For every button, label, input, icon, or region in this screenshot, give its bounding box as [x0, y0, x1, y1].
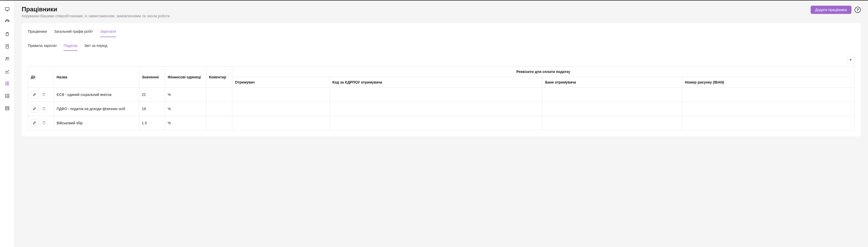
cell-iban [682, 88, 855, 102]
cell-name: ЄСВ - єдиний соціальний внесок [54, 88, 139, 102]
edit-button[interactable] [31, 105, 38, 113]
sidebar-item-analytics[interactable] [3, 67, 12, 76]
taxes-table: Дії Назва Значення Фінансові одиниці Ком… [28, 66, 855, 130]
table-row: Військовий збір 1.5 % [28, 116, 855, 130]
tab-salaries[interactable]: Зарплати [100, 28, 116, 37]
bag-icon [5, 31, 10, 37]
sidebar-item-reports[interactable] [3, 91, 12, 101]
page-title: Працівники [22, 6, 170, 13]
edit-button[interactable] [31, 91, 38, 99]
trash-icon [42, 92, 46, 97]
help-icon[interactable]: ? [855, 7, 861, 13]
sidebar [0, 1, 14, 247]
cell-unit: % [165, 116, 207, 130]
add-employee-button[interactable]: Додати працівника [811, 6, 851, 14]
page-header: Працівники Керування Вашими співробітник… [22, 6, 861, 18]
trash-icon [42, 106, 46, 111]
delete-button[interactable] [40, 91, 48, 99]
primary-tabs: Працівники Загальний графік робіт Зарпла… [28, 28, 855, 37]
main-content: Працівники Керування Вашими співробітник… [14, 1, 868, 247]
sidebar-item-orders[interactable] [3, 29, 12, 39]
receipt-icon [5, 44, 10, 49]
th-actions: Дії [28, 67, 54, 88]
subtab-period-report[interactable]: Звіт за період [84, 42, 107, 51]
monitor-icon [5, 7, 10, 12]
cell-comment [207, 88, 232, 102]
cell-name: Військовий збір [54, 116, 139, 130]
cell-value: 18 [139, 102, 165, 116]
cell-value: 1.5 [139, 116, 165, 130]
delete-button[interactable] [40, 119, 48, 127]
edit-icon [33, 106, 37, 111]
svg-rect-0 [5, 7, 9, 10]
cell-bank [542, 116, 682, 130]
cell-edrpou [330, 102, 542, 116]
sidebar-item-employees[interactable] [3, 79, 12, 88]
layout-icon [5, 106, 10, 111]
edit-button[interactable] [31, 119, 38, 127]
tab-schedule[interactable]: Загальний графік робіт [54, 28, 93, 37]
cell-name: ПДФО - податок на доходи фізичних осіб [54, 102, 139, 116]
tab-employees[interactable]: Працівники [28, 28, 47, 37]
svg-point-7 [6, 57, 7, 59]
edit-icon [33, 92, 37, 97]
gauge-icon [5, 19, 10, 24]
add-row-button[interactable]: + [847, 56, 855, 64]
cell-bank [542, 102, 682, 116]
th-unit: Фінансові одиниці [165, 67, 207, 88]
edit-icon [33, 121, 37, 126]
th-comment: Коментар [207, 67, 232, 88]
secondary-tabs: Правила зарплат Податки Звіт за період [28, 42, 855, 51]
sidebar-item-time[interactable] [3, 17, 12, 26]
sidebar-item-dashboard[interactable] [3, 5, 12, 14]
th-edrpou: Код за ЄДРПОУ отримувача [330, 77, 542, 88]
sidebar-item-clients[interactable] [3, 54, 12, 63]
table-row: ПДФО - податок на доходи фізичних осіб 1… [28, 102, 855, 116]
svg-rect-16 [5, 106, 9, 110]
table-row: ЄСВ - єдиний соціальний внесок 22 % [28, 88, 855, 102]
cell-recipient [232, 88, 330, 102]
th-name: Назва [54, 67, 139, 88]
sidebar-item-finance[interactable] [3, 42, 12, 51]
th-value: Значення [139, 67, 165, 88]
sidebar-item-docs[interactable] [3, 104, 12, 113]
cell-unit: % [165, 88, 207, 102]
cell-unit: % [165, 102, 207, 116]
th-recipient: Отримувач [232, 77, 330, 88]
cell-value: 22 [139, 88, 165, 102]
svg-line-3 [7, 21, 8, 22]
cell-edrpou [330, 116, 542, 130]
cell-edrpou [330, 88, 542, 102]
subtab-taxes[interactable]: Податки [64, 42, 78, 51]
delete-button[interactable] [40, 105, 48, 113]
th-iban: Номер рахунку (IBAN) [682, 77, 855, 88]
users-icon [5, 56, 10, 61]
th-bank: Банк отримувача [542, 77, 682, 88]
svg-point-11 [7, 83, 7, 83]
svg-point-8 [8, 58, 8, 58]
cell-iban [682, 116, 855, 130]
cell-comment [207, 116, 232, 130]
cell-recipient [232, 102, 330, 116]
cell-iban [682, 102, 855, 116]
table-toolbar: + [28, 56, 855, 64]
cell-bank [542, 88, 682, 102]
subtab-salary-rules[interactable]: Правила зарплат [28, 42, 57, 51]
trash-icon [42, 121, 46, 126]
content-card: Працівники Загальний графік робіт Зарпла… [22, 23, 861, 136]
cell-comment [207, 102, 232, 116]
cell-recipient [232, 116, 330, 130]
bar-chart-icon [5, 93, 10, 99]
plus-icon: + [849, 57, 852, 63]
chart-line-icon [5, 69, 10, 74]
page-subtitle: Керування Вашими співробітниками, їх зав… [22, 14, 170, 18]
id-badge-icon [5, 81, 10, 86]
th-requisites-group: Реквізити для сплати податку [232, 67, 855, 77]
